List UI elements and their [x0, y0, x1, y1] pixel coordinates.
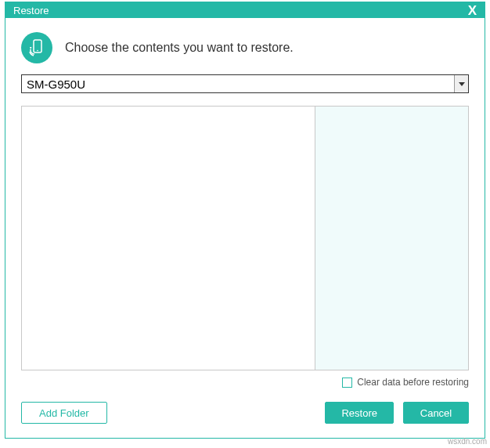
clear-data-checkbox[interactable] — [342, 378, 352, 388]
restore-dialog: Restore X Choose the contents you want t… — [5, 2, 485, 439]
content-list-panel[interactable] — [22, 107, 315, 370]
cancel-button[interactable]: Cancel — [403, 402, 469, 424]
restore-icon — [21, 32, 52, 63]
device-select-value: SM-G950U — [22, 75, 454, 92]
content-panels — [21, 106, 469, 370]
content-preview-panel[interactable] — [315, 107, 468, 370]
titlebar: Restore X — [5, 2, 485, 18]
close-icon[interactable]: X — [468, 4, 477, 17]
add-folder-button[interactable]: Add Folder — [21, 402, 107, 424]
clear-data-option: Clear data before restoring — [21, 370, 469, 388]
chevron-down-icon[interactable] — [454, 75, 468, 92]
clear-data-label: Clear data before restoring — [357, 377, 469, 388]
button-row: Add Folder Restore Cancel — [5, 388, 485, 438]
svg-marker-3 — [459, 82, 465, 86]
header-row: Choose the contents you want to restore. — [5, 18, 485, 74]
svg-marker-2 — [30, 47, 32, 49]
svg-point-1 — [37, 50, 38, 52]
restore-button[interactable]: Restore — [325, 402, 394, 424]
window-title: Restore — [13, 5, 49, 16]
watermark: wsxdn.com — [448, 437, 487, 446]
header-message: Choose the contents you want to restore. — [65, 41, 294, 55]
device-select[interactable]: SM-G950U — [21, 74, 469, 93]
